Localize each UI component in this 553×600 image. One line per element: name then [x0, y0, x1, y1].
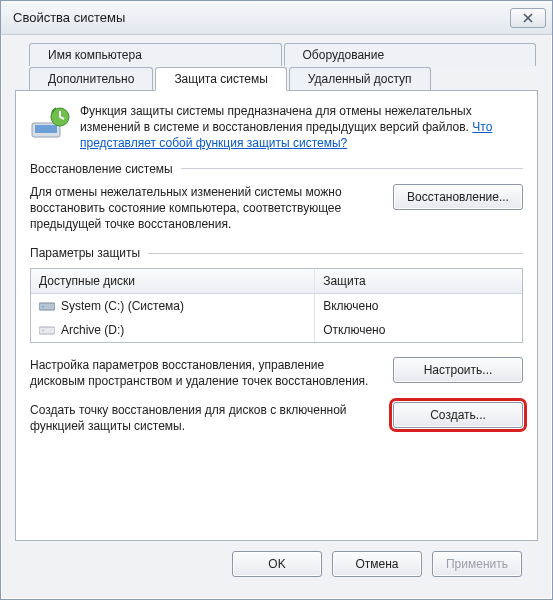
restore-row: Для отмены нежелательных изменений систе…	[30, 184, 523, 233]
restore-button[interactable]: Восстановление...	[393, 184, 523, 210]
tab-row-2: Дополнительно Защита системы Удаленный д…	[15, 67, 538, 90]
create-button[interactable]: Создать...	[393, 402, 523, 428]
svg-rect-1	[35, 125, 57, 133]
table-header: Доступные диски Защита	[31, 269, 522, 294]
section-restore: Восстановление системы	[30, 162, 523, 176]
section-restore-title: Восстановление системы	[30, 162, 173, 176]
tab-row-1: Имя компьютера Оборудование	[15, 43, 538, 65]
svg-rect-3	[39, 303, 55, 310]
close-button[interactable]	[510, 8, 546, 28]
disk-name: System (C:) (Система)	[61, 299, 184, 313]
disk-status: Отключено	[315, 318, 522, 342]
intro-block: Функция защиты системы предназначена для…	[30, 103, 523, 152]
restore-description: Для отмены нежелательных изменений систе…	[30, 184, 377, 233]
tab-computer-name[interactable]: Имя компьютера	[29, 43, 282, 66]
tab-remote[interactable]: Удаленный доступ	[289, 67, 431, 91]
system-properties-window: Свойства системы Имя компьютера Оборудов…	[0, 0, 553, 600]
tab-system-protection[interactable]: Защита системы	[155, 67, 286, 91]
divider	[148, 253, 523, 254]
table-row[interactable]: Archive (D:) Отключено	[31, 318, 522, 342]
svg-point-6	[42, 330, 44, 332]
disk-icon	[39, 324, 55, 336]
close-icon	[523, 13, 533, 23]
titlebar: Свойства системы	[1, 1, 552, 35]
tab-panel-protection: Функция защиты системы предназначена для…	[15, 90, 538, 541]
disk-status: Включено	[315, 294, 522, 318]
tab-advanced[interactable]: Дополнительно	[29, 67, 153, 91]
tab-hardware[interactable]: Оборудование	[284, 43, 537, 66]
configure-row: Настройка параметров восстановления, упр…	[30, 357, 523, 389]
create-row: Создать точку восстановления для дисков …	[30, 402, 523, 434]
divider	[181, 168, 523, 169]
protection-table: Доступные диски Защита System (C:) (Сист…	[30, 268, 523, 343]
configure-button[interactable]: Настроить...	[393, 357, 523, 383]
intro-description: Функция защиты системы предназначена для…	[80, 104, 472, 134]
section-protection: Параметры защиты	[30, 246, 523, 260]
apply-button[interactable]: Применить	[432, 551, 522, 577]
dialog-footer: OK Отмена Применить	[15, 541, 538, 589]
svg-point-4	[42, 306, 44, 308]
table-row[interactable]: System (C:) (Система) Включено	[31, 294, 522, 318]
create-description: Создать точку восстановления для дисков …	[30, 402, 377, 434]
section-protection-title: Параметры защиты	[30, 246, 140, 260]
disk-icon	[39, 300, 55, 312]
intro-text: Функция защиты системы предназначена для…	[80, 103, 523, 152]
dialog-body: Имя компьютера Оборудование Дополнительн…	[1, 35, 552, 599]
configure-description: Настройка параметров восстановления, упр…	[30, 357, 377, 389]
ok-button[interactable]: OK	[232, 551, 322, 577]
svg-rect-5	[39, 327, 55, 334]
col-header-disks[interactable]: Доступные диски	[31, 269, 315, 293]
cancel-button[interactable]: Отмена	[332, 551, 422, 577]
window-title: Свойства системы	[13, 10, 510, 25]
shield-restore-icon	[30, 103, 70, 143]
disk-name: Archive (D:)	[61, 323, 124, 337]
col-header-protection[interactable]: Защита	[315, 269, 522, 293]
